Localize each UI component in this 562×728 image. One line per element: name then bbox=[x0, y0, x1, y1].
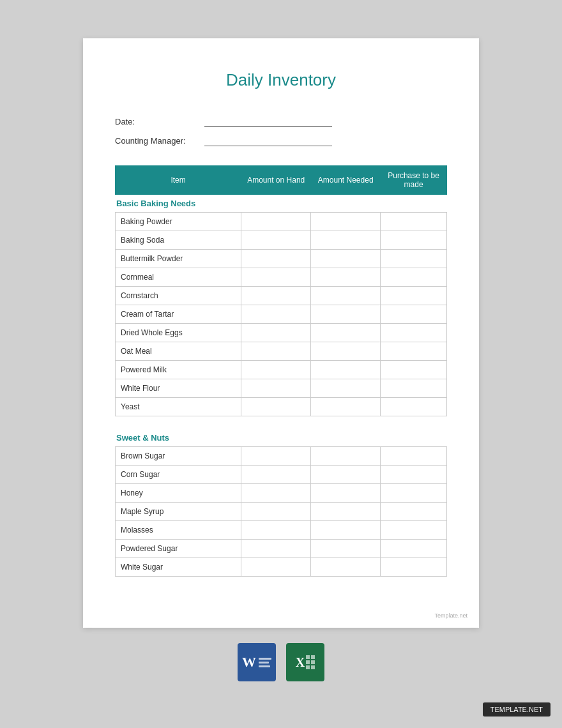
item-name: Cream of Tartar bbox=[116, 305, 241, 324]
item-name: Maple Syrup bbox=[116, 503, 241, 521]
amount-needed-cell bbox=[311, 503, 381, 521]
template-badge: TEMPLATE.NET bbox=[483, 702, 551, 717]
amount-on-hand-cell bbox=[241, 447, 311, 466]
purchase-cell bbox=[381, 503, 447, 521]
table-row: Honey bbox=[116, 484, 447, 503]
page-title: Daily Inventory bbox=[115, 70, 447, 90]
amount-on-hand-cell bbox=[241, 398, 311, 416]
item-name: White Sugar bbox=[116, 558, 241, 577]
amount-needed-cell bbox=[311, 342, 381, 361]
table-row: Oat Meal bbox=[116, 342, 447, 361]
purchase-cell bbox=[381, 484, 447, 503]
amount-on-hand-cell bbox=[241, 558, 311, 577]
item-name: Corn Sugar bbox=[116, 466, 241, 484]
sweet-nuts-section: Sweet & Nuts Brown Sugar Corn Sugar Hone… bbox=[115, 429, 447, 577]
form-section: Date: Counting Manager: bbox=[115, 116, 447, 146]
header-table: Item Amount on Hand Amount Needed Purcha… bbox=[115, 165, 447, 195]
purchase-cell bbox=[381, 324, 447, 342]
manager-input[interactable] bbox=[204, 135, 332, 146]
document-container: Daily Inventory Date: Counting Manager: … bbox=[83, 38, 479, 628]
amount-on-hand-cell bbox=[241, 287, 311, 305]
table-row: Buttermilk Powder bbox=[116, 250, 447, 268]
item-name: Baking Powder bbox=[116, 213, 241, 231]
amount-on-hand-cell bbox=[241, 231, 311, 250]
item-name: Yeast bbox=[116, 398, 241, 416]
amount-on-hand-cell bbox=[241, 324, 311, 342]
table-row: Molasses bbox=[116, 521, 447, 540]
word-icon-box[interactable]: W bbox=[238, 643, 276, 681]
item-name: Buttermilk Powder bbox=[116, 250, 241, 268]
purchase-cell bbox=[381, 398, 447, 416]
table-row: Baking Powder bbox=[116, 213, 447, 231]
manager-label: Counting Manager: bbox=[115, 136, 204, 146]
amount-on-hand-cell bbox=[241, 268, 311, 287]
item-name: Baking Soda bbox=[116, 231, 241, 250]
amount-needed-cell bbox=[311, 379, 381, 398]
amount-needed-cell bbox=[311, 287, 381, 305]
amount-on-hand-cell bbox=[241, 484, 311, 503]
item-name: Powdered Sugar bbox=[116, 540, 241, 558]
col-amount-needed: Amount Needed bbox=[311, 166, 381, 195]
amount-needed-cell bbox=[311, 558, 381, 577]
purchase-cell bbox=[381, 361, 447, 379]
item-name: Molasses bbox=[116, 521, 241, 540]
purchase-cell bbox=[381, 466, 447, 484]
col-purchase: Purchase to be made bbox=[381, 166, 447, 195]
date-row: Date: bbox=[115, 116, 447, 127]
purchase-cell bbox=[381, 305, 447, 324]
purchase-cell bbox=[381, 250, 447, 268]
amount-on-hand-cell bbox=[241, 379, 311, 398]
purchase-cell bbox=[381, 268, 447, 287]
excel-grid bbox=[306, 655, 315, 669]
purchase-cell bbox=[381, 558, 447, 577]
watermark: Template.net bbox=[434, 612, 467, 619]
amount-needed-cell bbox=[311, 231, 381, 250]
basic-baking-label: Basic Baking Needs bbox=[115, 195, 447, 212]
purchase-cell bbox=[381, 213, 447, 231]
purchase-cell bbox=[381, 231, 447, 250]
amount-on-hand-cell bbox=[241, 466, 311, 484]
col-item: Item bbox=[116, 166, 241, 195]
item-name: Brown Sugar bbox=[116, 447, 241, 466]
excel-icon-box[interactable]: X bbox=[286, 643, 324, 681]
table-row: Cornstarch bbox=[116, 287, 447, 305]
amount-on-hand-cell bbox=[241, 250, 311, 268]
amount-needed-cell bbox=[311, 305, 381, 324]
amount-needed-cell bbox=[311, 324, 381, 342]
col-amount-on-hand: Amount on Hand bbox=[241, 166, 311, 195]
table-row: Cornmeal bbox=[116, 268, 447, 287]
sweet-nuts-label: Sweet & Nuts bbox=[115, 429, 447, 446]
amount-on-hand-cell bbox=[241, 521, 311, 540]
amount-needed-cell bbox=[311, 484, 381, 503]
table-row: Powered Milk bbox=[116, 361, 447, 379]
amount-on-hand-cell bbox=[241, 305, 311, 324]
item-name: Honey bbox=[116, 484, 241, 503]
amount-needed-cell bbox=[311, 361, 381, 379]
table-row: White Sugar bbox=[116, 558, 447, 577]
amount-needed-cell bbox=[311, 447, 381, 466]
table-row: Dried Whole Eggs bbox=[116, 324, 447, 342]
word-letter: W bbox=[242, 654, 256, 671]
table-row: White Flour bbox=[116, 379, 447, 398]
amount-needed-cell bbox=[311, 398, 381, 416]
icons-bar: W X bbox=[238, 643, 324, 681]
table-row: Yeast bbox=[116, 398, 447, 416]
amount-on-hand-cell bbox=[241, 342, 311, 361]
purchase-cell bbox=[381, 447, 447, 466]
table-row: Brown Sugar bbox=[116, 447, 447, 466]
date-input[interactable] bbox=[204, 116, 332, 127]
basic-baking-table: Baking Powder Baking Soda Buttermilk Pow… bbox=[115, 212, 447, 416]
item-name: Cornmeal bbox=[116, 268, 241, 287]
purchase-cell bbox=[381, 287, 447, 305]
item-name: Powered Milk bbox=[116, 361, 241, 379]
table-row: Maple Syrup bbox=[116, 503, 447, 521]
table-row: Baking Soda bbox=[116, 231, 447, 250]
amount-needed-cell bbox=[311, 250, 381, 268]
item-name: Dried Whole Eggs bbox=[116, 324, 241, 342]
table-row: Corn Sugar bbox=[116, 466, 447, 484]
amount-needed-cell bbox=[311, 466, 381, 484]
purchase-cell bbox=[381, 342, 447, 361]
sweet-nuts-table: Brown Sugar Corn Sugar Honey Maple Syrup… bbox=[115, 446, 447, 577]
item-name: Oat Meal bbox=[116, 342, 241, 361]
table-row: Cream of Tartar bbox=[116, 305, 447, 324]
